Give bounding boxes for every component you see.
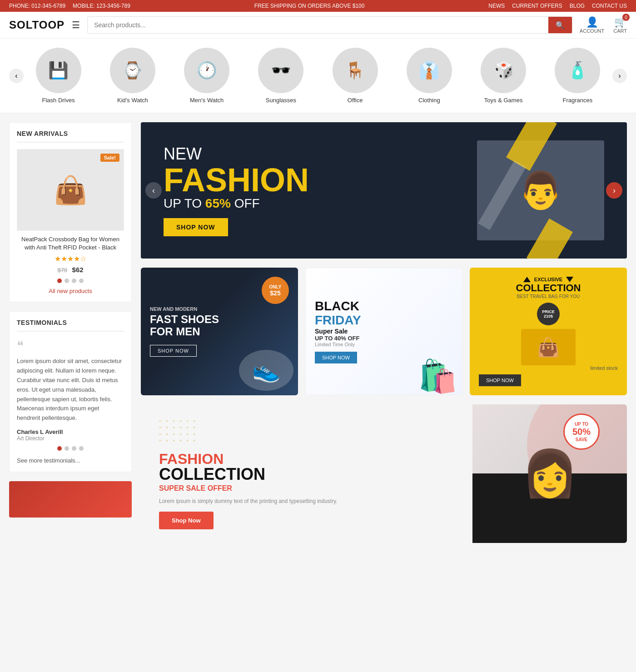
nav-blog[interactable]: BLOG — [570, 3, 585, 9]
testimonials-title: TESTIMONIALS — [17, 319, 124, 332]
category-fragrances-image: 🧴 — [555, 48, 600, 93]
testimonials-box: TESTIMONIALS ❝ Lorem ipsum dolor sit ame… — [9, 311, 132, 472]
dot-4[interactable] — [79, 279, 84, 283]
promo-collection-button[interactable]: SHOP NOW — [479, 374, 521, 386]
promo-collection-title: COLLECTION — [479, 282, 618, 294]
promo-card-shoes: NEW AND MODERN FAST SHOES FOR MEN SHOP N… — [141, 268, 298, 395]
all-new-products-link[interactable]: All new products — [17, 288, 124, 294]
sale-badge: Sale! — [100, 154, 119, 162]
search-button[interactable]: 🔍 — [548, 17, 572, 33]
category-sunglasses[interactable]: 🕶️ Sunglasses — [258, 48, 303, 104]
promo-shoes-button[interactable]: SHOP NOW — [150, 345, 197, 357]
hero-up-label: UP TO — [164, 196, 202, 210]
promo-collection-price: PRICE 210$ — [537, 303, 560, 325]
categories-list: 💾 Flash Drives ⌚ Kid's Watch 🕐 Men's Wat… — [24, 48, 612, 104]
hero-prev-button[interactable]: ‹ — [145, 182, 162, 199]
hero-new-text: NEW — [164, 144, 309, 164]
hero-percent: 65% — [205, 196, 231, 210]
testimonial-dot-4[interactable] — [79, 446, 84, 451]
nav-contact[interactable]: CONTACT US — [592, 3, 627, 9]
top-bar-nav: NEWS CURRENT OFFERS BLOG CONTACT US — [488, 3, 627, 9]
product-stars: ★★★★☆ — [17, 254, 124, 263]
promo-blackfriday-super: Super Sale — [315, 328, 453, 335]
promo-blackfriday-off: UP TO 40% OFF — [315, 335, 453, 342]
triangle-down-icon — [566, 277, 573, 282]
category-mens-watch[interactable]: 🕐 Men's Watch — [184, 48, 229, 104]
promo-stock-label: limited stock — [479, 365, 618, 371]
promo-shoes-price-label: ONLY — [269, 284, 282, 289]
category-clothing[interactable]: 👔 Clothing — [407, 48, 452, 104]
fashion-shop-button[interactable]: Shop Now — [159, 512, 214, 529]
save-label: UP TO — [575, 422, 588, 427]
category-kids-watch[interactable]: ⌚ Kid's Watch — [110, 48, 155, 104]
promo-shoes-title: FAST SHOES FOR MEN — [150, 314, 289, 338]
promo-exclusive-content: EXCLUSIVE COLLECTION BEST TRAVEL BAG FOR… — [479, 277, 618, 386]
promo-blackfriday-limited: Limited Time Only — [315, 342, 453, 347]
promo-shoes-small: NEW AND MODERN — [150, 306, 289, 312]
testimonial-author: Charles L Averill — [17, 428, 124, 435]
search-input[interactable] — [88, 17, 548, 33]
phone-number: PHONE: 012-345-6789 — [9, 3, 65, 9]
promo-row: NEW AND MODERN FAST SHOES FOR MEN SHOP N… — [141, 268, 627, 395]
search-bar: 🔍 — [87, 16, 572, 34]
testimonial-dot-3[interactable] — [72, 446, 76, 451]
promo-card-exclusive: EXCLUSIVE COLLECTION BEST TRAVEL BAG FOR… — [470, 268, 627, 395]
category-office[interactable]: 🪑 Office — [333, 48, 378, 104]
categories-prev-button[interactable]: ‹ — [9, 69, 24, 83]
promo-shoes-content: NEW AND MODERN FAST SHOES FOR MEN SHOP N… — [150, 306, 289, 357]
top-bar: PHONE: 012-345-6789 MOBILE: 123-3456-789… — [0, 0, 636, 12]
nav-news[interactable]: NEWS — [488, 3, 505, 9]
top-bar-contact: PHONE: 012-345-6789 MOBILE: 123-3456-789 — [9, 3, 130, 9]
testimonial-role: Art Director — [17, 435, 124, 442]
category-sunglasses-label: Sunglasses — [266, 97, 296, 104]
fashion-collection-title: COLLECTION — [159, 466, 454, 483]
shipping-notice: FREE SHIPPING ON ORDERS ABOVE $100 — [254, 3, 365, 9]
promo-exclusive-header: EXCLUSIVE — [479, 277, 618, 282]
hamburger-icon[interactable]: ☰ — [72, 20, 80, 30]
category-mens-watch-image: 🕐 — [184, 48, 229, 93]
testimonial-dot-2[interactable] — [65, 446, 69, 451]
cart-link[interactable]: 🛒 CART 0 — [613, 16, 627, 34]
category-sunglasses-image: 🕶️ — [258, 48, 303, 93]
main-content: NEW ARRIVALS Sale! 👜 NeatPack Crossbody … — [0, 113, 636, 552]
category-flash-drives[interactable]: 💾 Flash Drives — [36, 48, 81, 104]
triangle-up-icon — [523, 277, 531, 282]
account-link[interactable]: 👤 ACCOUNT — [580, 16, 604, 34]
category-flash-drives-label: Flash Drives — [42, 97, 75, 104]
dot-3[interactable] — [72, 279, 76, 283]
hero-banner: ‹ NEW FASHION UP TO 65% OFF SHOP NOW 👨 › — [141, 122, 627, 259]
fashion-dots-pattern: ● ● ● ● ● ●● ● ● ● ● ●● ● ● ● ● ●● ● ● ●… — [159, 418, 454, 444]
category-fragrances-label: Fragrances — [563, 97, 593, 104]
promo-shoes-price: ONLY $25 — [262, 277, 289, 304]
category-clothing-label: Clothing — [418, 97, 440, 104]
price-old: $70 — [57, 267, 67, 274]
category-office-label: Office — [348, 97, 363, 104]
price-new: $62 — [72, 266, 84, 274]
category-kids-watch-image: ⌚ — [110, 48, 155, 93]
categories-section: ‹ 💾 Flash Drives ⌚ Kid's Watch 🕐 Men's W… — [0, 39, 636, 113]
hero-shop-button[interactable]: SHOP NOW — [164, 218, 228, 236]
dot-1[interactable] — [57, 279, 62, 283]
category-toys-games-label: Toys & Games — [484, 97, 523, 104]
categories-next-button[interactable]: › — [612, 69, 627, 83]
logo[interactable]: SOLTOOP — [9, 19, 65, 31]
category-toys-games[interactable]: 🎲 Toys & Games — [481, 48, 526, 104]
hero-off-text: OFF — [234, 196, 260, 210]
promo-blackfriday-title: BLACK FRIDAY — [315, 299, 453, 328]
category-mens-watch-label: Men's Watch — [190, 97, 224, 104]
account-icon: 👤 — [586, 16, 598, 28]
product-name: NeatPack Crossbody Bag for Women with An… — [17, 235, 124, 252]
nav-offers[interactable]: CURRENT OFFERS — [512, 3, 562, 9]
price-box: $70 $62 — [17, 266, 124, 274]
testimonial-dots — [17, 446, 124, 451]
testimonial-dot-1[interactable] — [57, 446, 62, 451]
header-actions: 👤 ACCOUNT 🛒 CART 0 — [580, 16, 627, 34]
hero-next-button[interactable]: › — [606, 182, 622, 199]
category-fragrances[interactable]: 🧴 Fragrances — [555, 48, 600, 104]
see-more-testimonials-link[interactable]: See more testimonials... — [17, 457, 80, 464]
fashion-banner-left: ● ● ● ● ● ●● ● ● ● ● ●● ● ● ● ● ●● ● ● ●… — [141, 404, 472, 543]
save-text: SAVE — [576, 437, 588, 442]
promo-blackfriday-button[interactable]: SHOP NOW — [315, 352, 357, 363]
category-kids-watch-label: Kid's Watch — [117, 97, 148, 104]
dot-2[interactable] — [65, 279, 69, 283]
